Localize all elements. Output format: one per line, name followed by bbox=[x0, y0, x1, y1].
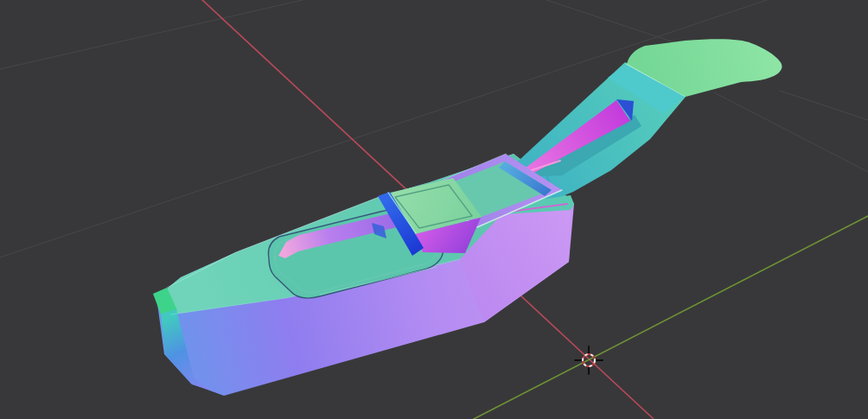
viewport-canvas[interactable] bbox=[0, 0, 868, 419]
viewport-3d[interactable] bbox=[0, 0, 868, 419]
